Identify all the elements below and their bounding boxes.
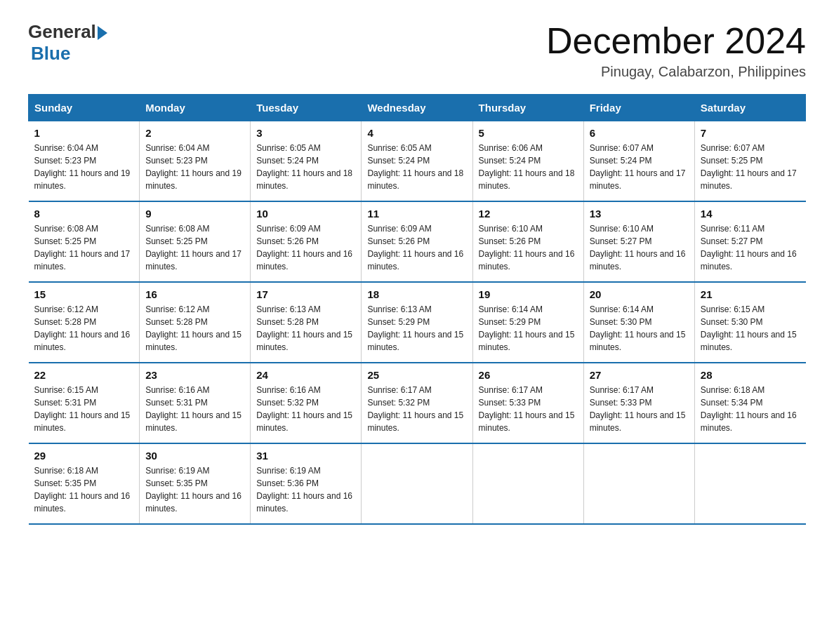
day-number: 3	[256, 127, 355, 139]
calendar-cell: 21 Sunrise: 6:15 AMSunset: 5:30 PMDaylig…	[694, 282, 805, 363]
day-number: 14	[701, 208, 800, 220]
calendar-cell: 27 Sunrise: 6:17 AMSunset: 5:33 PMDaylig…	[583, 363, 694, 443]
day-info: Sunrise: 6:10 AMSunset: 5:26 PMDaylight:…	[479, 222, 578, 273]
calendar-cell: 30 Sunrise: 6:19 AMSunset: 5:35 PMDaylig…	[140, 443, 251, 524]
column-header-friday: Friday	[583, 95, 694, 121]
calendar-cell: 25 Sunrise: 6:17 AMSunset: 5:32 PMDaylig…	[362, 363, 472, 443]
day-number: 24	[256, 369, 355, 381]
day-info: Sunrise: 6:04 AMSunset: 5:23 PMDaylight:…	[34, 142, 134, 192]
day-info: Sunrise: 6:15 AMSunset: 5:30 PMDaylight:…	[701, 303, 800, 354]
day-number: 31	[256, 450, 355, 462]
day-number: 12	[479, 208, 578, 220]
day-number: 22	[34, 369, 134, 381]
calendar-cell: 15 Sunrise: 6:12 AMSunset: 5:28 PMDaylig…	[29, 282, 140, 363]
day-info: Sunrise: 6:07 AMSunset: 5:24 PMDaylight:…	[590, 142, 689, 192]
calendar-week-row: 8 Sunrise: 6:08 AMSunset: 5:25 PMDayligh…	[29, 201, 806, 282]
calendar-cell: 19 Sunrise: 6:14 AMSunset: 5:29 PMDaylig…	[472, 282, 583, 363]
day-number: 13	[590, 208, 689, 220]
day-info: Sunrise: 6:05 AMSunset: 5:24 PMDaylight:…	[256, 142, 355, 192]
calendar-cell: 9 Sunrise: 6:08 AMSunset: 5:25 PMDayligh…	[140, 201, 251, 282]
day-info: Sunrise: 6:19 AMSunset: 5:36 PMDaylight:…	[256, 464, 355, 515]
calendar-cell: 24 Sunrise: 6:16 AMSunset: 5:32 PMDaylig…	[251, 363, 362, 443]
calendar-cell	[583, 443, 694, 524]
day-number: 6	[590, 127, 689, 139]
day-info: Sunrise: 6:08 AMSunset: 5:25 PMDaylight:…	[34, 222, 134, 273]
calendar-cell: 10 Sunrise: 6:09 AMSunset: 5:26 PMDaylig…	[251, 201, 362, 282]
column-header-sunday: Sunday	[29, 95, 140, 121]
day-info: Sunrise: 6:11 AMSunset: 5:27 PMDaylight:…	[701, 222, 800, 273]
column-header-thursday: Thursday	[472, 95, 583, 121]
calendar-cell: 13 Sunrise: 6:10 AMSunset: 5:27 PMDaylig…	[583, 201, 694, 282]
logo-blue-text: Blue	[31, 43, 70, 65]
day-info: Sunrise: 6:19 AMSunset: 5:35 PMDaylight:…	[145, 464, 244, 515]
calendar-table: SundayMondayTuesdayWednesdayThursdayFrid…	[28, 94, 806, 525]
day-number: 8	[34, 208, 134, 220]
day-number: 19	[479, 288, 578, 300]
calendar-cell: 22 Sunrise: 6:15 AMSunset: 5:31 PMDaylig…	[29, 363, 140, 443]
day-number: 27	[590, 369, 689, 381]
day-info: Sunrise: 6:13 AMSunset: 5:29 PMDaylight:…	[367, 303, 466, 354]
day-info: Sunrise: 6:14 AMSunset: 5:30 PMDaylight:…	[590, 303, 689, 354]
day-number: 1	[34, 127, 134, 139]
calendar-cell: 23 Sunrise: 6:16 AMSunset: 5:31 PMDaylig…	[140, 363, 251, 443]
calendar-week-row: 22 Sunrise: 6:15 AMSunset: 5:31 PMDaylig…	[29, 363, 806, 443]
day-info: Sunrise: 6:15 AMSunset: 5:31 PMDaylight:…	[34, 384, 134, 434]
calendar-cell: 29 Sunrise: 6:18 AMSunset: 5:35 PMDaylig…	[29, 443, 140, 524]
calendar-cell: 2 Sunrise: 6:04 AMSunset: 5:23 PMDayligh…	[140, 121, 251, 202]
day-info: Sunrise: 6:17 AMSunset: 5:33 PMDaylight:…	[590, 384, 689, 434]
column-header-saturday: Saturday	[694, 95, 805, 121]
calendar-cell: 16 Sunrise: 6:12 AMSunset: 5:28 PMDaylig…	[140, 282, 251, 363]
calendar-cell: 17 Sunrise: 6:13 AMSunset: 5:28 PMDaylig…	[251, 282, 362, 363]
calendar-cell: 6 Sunrise: 6:07 AMSunset: 5:24 PMDayligh…	[583, 121, 694, 202]
day-number: 30	[145, 450, 244, 462]
day-number: 10	[256, 208, 355, 220]
day-info: Sunrise: 6:12 AMSunset: 5:28 PMDaylight:…	[34, 303, 134, 354]
calendar-week-row: 1 Sunrise: 6:04 AMSunset: 5:23 PMDayligh…	[29, 121, 806, 202]
day-number: 18	[367, 288, 466, 300]
calendar-cell: 7 Sunrise: 6:07 AMSunset: 5:25 PMDayligh…	[694, 121, 805, 202]
day-number: 9	[145, 208, 244, 220]
day-number: 4	[367, 127, 466, 139]
calendar-cell: 18 Sunrise: 6:13 AMSunset: 5:29 PMDaylig…	[362, 282, 472, 363]
calendar-title: December 2024	[546, 21, 806, 61]
day-info: Sunrise: 6:04 AMSunset: 5:23 PMDaylight:…	[145, 142, 244, 192]
calendar-cell: 4 Sunrise: 6:05 AMSunset: 5:24 PMDayligh…	[362, 121, 472, 202]
day-number: 5	[479, 127, 578, 139]
column-header-tuesday: Tuesday	[251, 95, 362, 121]
day-number: 15	[34, 288, 134, 300]
calendar-header-row: SundayMondayTuesdayWednesdayThursdayFrid…	[29, 95, 806, 121]
day-info: Sunrise: 6:17 AMSunset: 5:33 PMDaylight:…	[479, 384, 578, 434]
title-section: December 2024 Pinugay, Calabarzon, Phili…	[546, 21, 806, 80]
day-number: 20	[590, 288, 689, 300]
day-number: 21	[701, 288, 800, 300]
calendar-cell	[362, 443, 472, 524]
logo: General Blue	[28, 21, 107, 65]
day-info: Sunrise: 6:17 AMSunset: 5:32 PMDaylight:…	[367, 384, 466, 434]
calendar-cell: 12 Sunrise: 6:10 AMSunset: 5:26 PMDaylig…	[472, 201, 583, 282]
day-number: 25	[367, 369, 466, 381]
day-info: Sunrise: 6:14 AMSunset: 5:29 PMDaylight:…	[479, 303, 578, 354]
calendar-week-row: 15 Sunrise: 6:12 AMSunset: 5:28 PMDaylig…	[29, 282, 806, 363]
calendar-cell: 8 Sunrise: 6:08 AMSunset: 5:25 PMDayligh…	[29, 201, 140, 282]
day-info: Sunrise: 6:05 AMSunset: 5:24 PMDaylight:…	[367, 142, 466, 192]
day-number: 26	[479, 369, 578, 381]
day-info: Sunrise: 6:07 AMSunset: 5:25 PMDaylight:…	[701, 142, 800, 192]
day-number: 29	[34, 450, 134, 462]
day-number: 17	[256, 288, 355, 300]
column-header-wednesday: Wednesday	[362, 95, 472, 121]
calendar-cell: 5 Sunrise: 6:06 AMSunset: 5:24 PMDayligh…	[472, 121, 583, 202]
calendar-cell: 28 Sunrise: 6:18 AMSunset: 5:34 PMDaylig…	[694, 363, 805, 443]
column-header-monday: Monday	[140, 95, 251, 121]
calendar-cell: 31 Sunrise: 6:19 AMSunset: 5:36 PMDaylig…	[251, 443, 362, 524]
day-info: Sunrise: 6:16 AMSunset: 5:31 PMDaylight:…	[145, 384, 244, 434]
calendar-cell: 1 Sunrise: 6:04 AMSunset: 5:23 PMDayligh…	[29, 121, 140, 202]
day-number: 11	[367, 208, 466, 220]
day-info: Sunrise: 6:18 AMSunset: 5:35 PMDaylight:…	[34, 464, 134, 515]
day-number: 16	[145, 288, 244, 300]
calendar-cell: 20 Sunrise: 6:14 AMSunset: 5:30 PMDaylig…	[583, 282, 694, 363]
logo-general-text: General	[28, 21, 96, 43]
day-info: Sunrise: 6:16 AMSunset: 5:32 PMDaylight:…	[256, 384, 355, 434]
day-info: Sunrise: 6:08 AMSunset: 5:25 PMDaylight:…	[145, 222, 244, 273]
day-number: 7	[701, 127, 800, 139]
calendar-week-row: 29 Sunrise: 6:18 AMSunset: 5:35 PMDaylig…	[29, 443, 806, 524]
